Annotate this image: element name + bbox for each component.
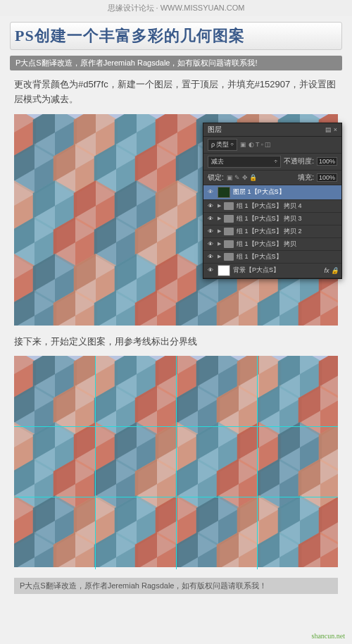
- lock-icons[interactable]: ▣ ✎ ✥ 🔒: [227, 174, 258, 181]
- expand-icon[interactable]: ▶: [218, 216, 221, 221]
- layers-tab[interactable]: 图层: [208, 125, 222, 135]
- figure-1: 图层 ▤ × ρ 类型 ÷ ▣ ◐ T ▫ ◫ 减去 ÷ 不透明度: 100% …: [14, 114, 338, 328]
- visibility-icon[interactable]: 👁: [206, 189, 215, 196]
- visibility-icon[interactable]: 👁: [206, 267, 215, 274]
- layer-row[interactable]: 👁▶组 1【P大点S】: [203, 251, 341, 264]
- layers-panel[interactable]: 图层 ▤ × ρ 类型 ÷ ▣ ◐ T ▫ ◫ 减去 ÷ 不透明度: 100% …: [203, 123, 342, 279]
- paragraph-2: 接下来，开始定义图案，用参考线标出分界线: [14, 335, 338, 349]
- layer-row[interactable]: 👁▶组 1【P大点S】 拷贝 3: [203, 213, 341, 225]
- visibility-icon[interactable]: 👁: [206, 202, 215, 209]
- layer-row[interactable]: 👁图层 1【P大点S】: [203, 185, 341, 200]
- layer-thumb: [218, 265, 230, 276]
- fill-label: 填充:: [298, 173, 314, 182]
- filter-row: ρ 类型 ÷ ▣ ◐ T ▫ ◫: [203, 137, 341, 154]
- visibility-icon[interactable]: 👁: [206, 228, 215, 235]
- layer-list: 👁图层 1【P大点S】👁▶组 1【P大点S】 拷贝 4👁▶组 1【P大点S】 拷…: [203, 185, 341, 278]
- title-bar: PS创建一个丰富多彩的几何图案: [10, 22, 342, 50]
- blend-row: 减去 ÷ 不透明度: 100%: [203, 154, 341, 171]
- page-title: PS创建一个丰富多彩的几何图案: [15, 25, 337, 47]
- lock-row: 锁定: ▣ ✎ ✥ 🔒 填充: 100%: [203, 171, 341, 185]
- paragraph-1: 更改背景颜色为#d5f7fc，新建一个图层，置于顶层，并填充#152907，并设…: [14, 78, 338, 107]
- brand-header: 思缘设计论坛 · WWW.MISSYUAN.COM: [0, 0, 352, 16]
- layer-name: 图层 1【P大点S】: [233, 187, 285, 197]
- pattern-image-2: [14, 356, 338, 567]
- visibility-icon[interactable]: 👁: [206, 253, 215, 260]
- layer-row[interactable]: 👁▶组 1【P大点S】 拷贝: [203, 238, 341, 251]
- lock-label: 锁定:: [208, 173, 224, 182]
- layer-row[interactable]: 👁▶组 1【P大点S】 拷贝 2: [203, 225, 341, 238]
- visibility-icon[interactable]: 👁: [206, 215, 215, 222]
- layer-name: 组 1【P大点S】 拷贝 4: [237, 202, 302, 211]
- folder-icon: [224, 202, 234, 210]
- layer-name: 组 1【P大点S】 拷贝: [237, 240, 296, 249]
- expand-icon[interactable]: ▶: [218, 228, 221, 234]
- fill-value[interactable]: 100%: [317, 173, 337, 182]
- expand-icon[interactable]: ▶: [218, 203, 221, 209]
- panel-header[interactable]: 图层 ▤ ×: [203, 123, 341, 137]
- folder-icon: [224, 253, 234, 261]
- kind-filter[interactable]: ρ 类型 ÷: [208, 139, 237, 151]
- footer-credit: P大点S翻译改造，原作者Jeremiah Ragsdale，如有版权问题请联系我…: [14, 578, 338, 594]
- blend-mode-select[interactable]: 减去 ÷: [208, 156, 281, 168]
- layer-name: 组 1【P大点S】 拷贝 2: [237, 227, 302, 236]
- panel-menu-icon[interactable]: ▤ ×: [325, 126, 337, 133]
- layer-name: 组 1【P大点S】 拷贝 3: [237, 214, 302, 223]
- layer-row[interactable]: 👁背景【P大点S】fx 🔒: [203, 264, 341, 278]
- opacity-label: 不透明度:: [284, 156, 314, 166]
- folder-icon: [224, 228, 234, 235]
- expand-icon[interactable]: ▶: [218, 241, 221, 247]
- layer-name: 组 1【P大点S】: [237, 252, 282, 261]
- opacity-value[interactable]: 100%: [317, 157, 337, 166]
- layer-name: 背景【P大点S】: [233, 266, 279, 275]
- filter-icons[interactable]: ▣ ◐ T ▫ ◫: [240, 141, 271, 148]
- visibility-icon[interactable]: 👁: [206, 240, 215, 247]
- credit-bar: P大点S翻译改造，原作者Jeremiah Ragsdale，如有版权问题请联系我…: [10, 56, 342, 70]
- expand-icon[interactable]: ▶: [218, 254, 221, 259]
- layer-thumb: [218, 187, 230, 198]
- folder-icon: [224, 215, 234, 223]
- fx-badge[interactable]: fx 🔒: [324, 267, 339, 274]
- figure-2: [14, 356, 338, 569]
- layer-row[interactable]: 👁▶组 1【P大点S】 拷贝 4: [203, 200, 341, 213]
- folder-icon: [224, 240, 234, 248]
